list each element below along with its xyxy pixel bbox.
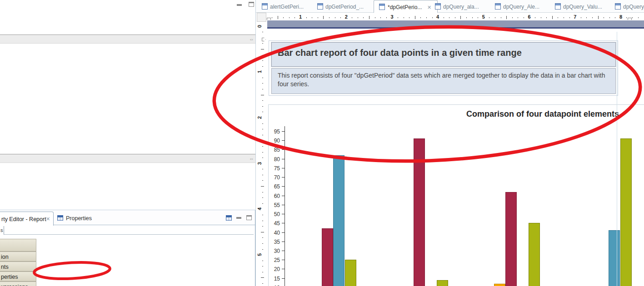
ruler-dot (262, 283, 263, 284)
editor-tab[interactable]: dpQuery_Ale... (495, 0, 549, 13)
y-axis-tick (282, 131, 285, 132)
report-description-element[interactable]: This report consists of four "dpGetPerio… (271, 68, 616, 94)
ruler-dot (472, 17, 473, 18)
ruler-dot (444, 17, 444, 18)
ruler-dot (541, 17, 541, 18)
ruler-dot (398, 17, 398, 18)
y-axis-label: 25 (263, 257, 280, 263)
ruler-tick (278, 16, 278, 19)
property-category-item[interactable]: perties (0, 271, 36, 281)
ruler-dot (380, 17, 381, 18)
restore-section-icon[interactable]: ⇔ (249, 37, 254, 42)
maximize-view-icon[interactable] (246, 215, 252, 220)
page-header-band-edge (267, 27, 644, 29)
ruler-dot (262, 123, 263, 124)
property-category-item[interactable] (0, 239, 36, 251)
tab-properties[interactable]: Properties (55, 213, 101, 224)
ruler-dot (262, 192, 263, 192)
close-icon[interactable]: ✕ (46, 217, 50, 222)
page-boundary-line (617, 32, 617, 286)
editor-tab-label: *dpGetPerio... (388, 4, 422, 10)
editor-tab[interactable]: dpQuery_V (615, 0, 644, 13)
ruler-dot (329, 17, 329, 18)
birt-report-designer-screen: ⇔ ⇔ rty Editor - Report ✕ Properties s R… (0, 0, 644, 286)
property-category-item[interactable]: ion (0, 251, 36, 261)
ruler-number: 4 (436, 14, 439, 20)
editor-tab[interactable]: *dpGetPerio...✕ (374, 0, 438, 13)
partial-subtab[interactable]: s (0, 226, 4, 235)
ruler-tick (552, 16, 553, 19)
top-margin-marker[interactable] (262, 38, 266, 41)
minimize-view-icon[interactable] (236, 217, 241, 219)
ruler-dot (432, 17, 433, 18)
y-axis-label: 85 (263, 147, 280, 153)
ruler-dot (535, 17, 535, 18)
y-axis-tick (282, 186, 285, 187)
ruler-dot (626, 17, 627, 18)
report-title: Bar chart report of four data points in … (278, 48, 522, 58)
editor-tab[interactable]: alertGetPeri... (262, 0, 316, 13)
ruler-dot (449, 17, 449, 18)
ruler-dot (546, 17, 547, 18)
report-file-icon (379, 4, 385, 10)
y-axis-label: 15 (263, 276, 280, 282)
ruler-dot (558, 17, 558, 18)
ruler-tick (415, 16, 415, 19)
ruler-dot (283, 17, 284, 18)
restore-section-icon[interactable]: ⇔ (249, 156, 254, 161)
ruler-number: 3 (390, 14, 393, 20)
report-file-icon (615, 3, 621, 10)
ruler-dot (262, 89, 263, 89)
collapsed-section-bar[interactable]: ⇔ (0, 154, 255, 163)
ruler-number: 0 (257, 25, 262, 28)
editor-tab-label: dpQuery_Valu... (563, 4, 602, 10)
report-file-icon (435, 3, 441, 10)
tab-property-editor-report[interactable]: rty Editor - Report ✕ (0, 212, 54, 226)
ruler-dot (564, 17, 564, 18)
ruler-dot (363, 17, 364, 18)
close-icon[interactable]: ✕ (427, 5, 431, 10)
y-axis-label: 40 (263, 230, 280, 236)
view-menu-icon[interactable] (226, 215, 232, 221)
ruler-dot (592, 17, 593, 18)
y-axis-tick (282, 159, 285, 159)
y-axis-label: 55 (263, 202, 280, 208)
property-editor-panel: rty Editor - Report ✕ Properties s Resou… (0, 210, 255, 286)
y-axis-label: 45 (263, 220, 280, 227)
minimize-icon[interactable] (237, 4, 242, 6)
ruler-dot (262, 32, 263, 32)
tab-label: Properties (66, 215, 92, 222)
report-title-element[interactable]: Bar chart report of four data points in … (271, 42, 616, 67)
property-category-item[interactable]: xpressions (0, 281, 36, 286)
editor-tab[interactable]: dpQuery_ala... (435, 0, 489, 13)
ruler-tick (261, 95, 264, 95)
ruler-dot (262, 237, 263, 238)
editor-tab[interactable]: dpQuery_Valu... (555, 0, 609, 13)
bar-series-green (437, 280, 448, 286)
y-axis-label: 90 (263, 138, 280, 144)
ruler-tick (506, 16, 507, 19)
y-axis-label: 35 (263, 239, 280, 245)
y-axis-tick (282, 196, 285, 196)
ruler-number: 4 (257, 207, 262, 210)
report-file-icon (317, 3, 323, 10)
page-header-band[interactable] (267, 20, 644, 27)
ruler-number: 5 (257, 253, 262, 256)
ruler-dot (426, 17, 427, 18)
tab-label: rty Editor - Report (1, 216, 46, 222)
ruler-dot (569, 17, 570, 18)
ruler-tick (369, 16, 369, 19)
ruler-dot (609, 17, 610, 18)
bar-series-green (620, 138, 632, 286)
bar-series-green (529, 223, 540, 286)
collapsed-section-bar[interactable]: ⇔ (0, 35, 255, 44)
ruler-dot (272, 17, 272, 18)
subtab-strip-line (4, 234, 254, 235)
y-axis-label: 65 (263, 183, 280, 190)
y-axis-label: 20 (263, 266, 280, 272)
ruler-dot (615, 17, 615, 18)
editor-tab[interactable]: dpGetPeriod_... (317, 0, 372, 13)
property-category-item[interactable]: nts (0, 261, 36, 271)
maximize-icon[interactable] (249, 2, 254, 7)
ruler-dot (478, 17, 478, 18)
